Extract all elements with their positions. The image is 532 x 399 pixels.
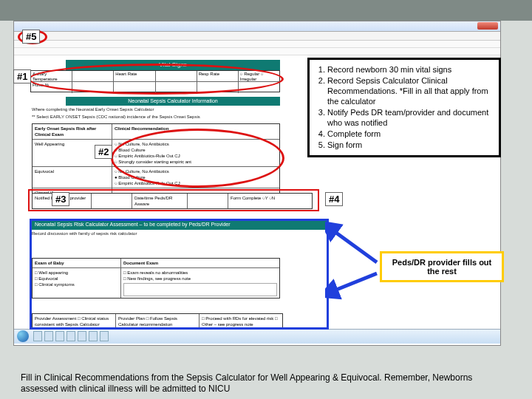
marker-2: #2 [95, 145, 112, 159]
taskbar-app-icon[interactable] [89, 331, 98, 341]
callout-provider: Peds/DR provider fills out the rest [380, 251, 504, 282]
taskbar-icons[interactable] [33, 331, 109, 341]
equivocal-label: Equivocal [33, 167, 112, 188]
instructions-box: Record newborn 30 min vital signs Record… [307, 58, 501, 157]
instruction-item: Notify Peds DR team/provider and documen… [327, 107, 493, 128]
annotation-rect-provider [30, 219, 329, 330]
sepsis-header-left: Early Onset Sepsis Risk after Clinical E… [33, 124, 112, 139]
instruction-item: Record newborn 30 min vital signs [327, 64, 493, 75]
annotation-oval-2 [111, 129, 284, 188]
instruction-item: Complete form [327, 129, 493, 139]
marker-3: #3 [52, 192, 69, 206]
calc-note-2: ** Select EARLY ONSET Sepsis (CDC nation… [32, 115, 200, 119]
annotation-oval-1 [28, 64, 284, 95]
slide-topbar [0, 0, 532, 21]
instruction-item: Record Sepsis Calculator Clinical Recomm… [327, 75, 493, 106]
marker-4: #4 [325, 192, 343, 206]
arrow-blue-2 [325, 266, 384, 303]
toolbar-row-1 [14, 32, 500, 41]
calc-note-1: Where completing the Neonatal Early Onse… [32, 107, 154, 112]
marker-1: #1 [13, 69, 31, 83]
windows-taskbar[interactable] [14, 329, 500, 344]
taskbar-app-icon[interactable] [55, 331, 64, 341]
toolbar-row-3 [14, 48, 500, 55]
marker-5: #5 [22, 30, 40, 44]
slide-caption: Fill in Clinical Recommendations from th… [21, 372, 511, 395]
annotation-rect-3 [28, 189, 319, 211]
taskbar-app-icon[interactable] [100, 331, 109, 341]
start-button-icon[interactable] [17, 330, 29, 342]
window-titlebar [14, 21, 500, 32]
taskbar-app-icon[interactable] [33, 331, 42, 341]
calculator-header: Neonatal Sepsis Calculator Information [66, 97, 280, 106]
toolbar-row-2 [14, 41, 500, 48]
taskbar-app-icon[interactable] [44, 331, 53, 341]
instruction-item: Sign form [327, 140, 493, 150]
close-icon[interactable] [477, 22, 498, 30]
svg-line-3 [331, 273, 377, 292]
taskbar-app-icon[interactable] [66, 331, 75, 341]
taskbar-app-icon[interactable] [78, 331, 86, 341]
svg-line-1 [331, 229, 377, 262]
